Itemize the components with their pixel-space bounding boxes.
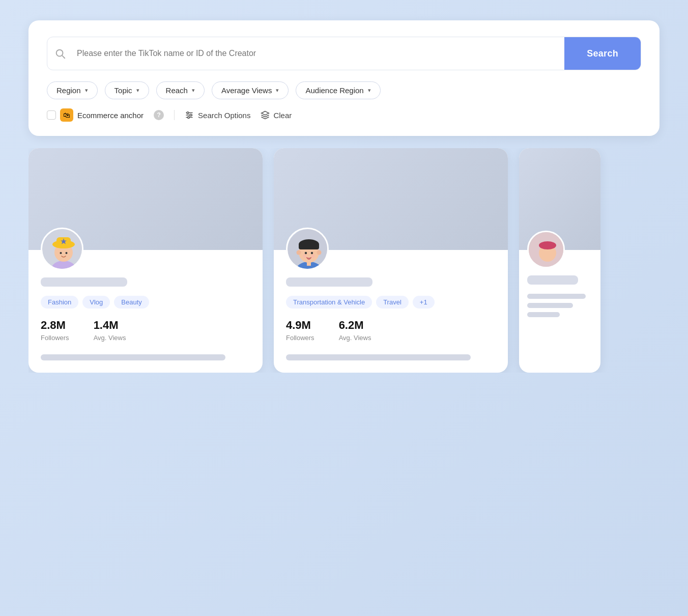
ecommerce-bag-icon: 🛍 [60,108,73,122]
clear-label: Clear [273,111,292,120]
svg-point-23 [297,250,301,255]
card-1-followers: 2.8M Followers [41,319,69,342]
search-input[interactable] [73,40,564,67]
card-1-bottom-bar [41,354,225,360]
tag-plus1[interactable]: +1 [413,296,435,309]
audience-region-label: Audience Region [305,86,363,95]
card-2-followers: 4.9M Followers [286,319,314,342]
search-panel: Search Region ▾ Topic ▾ Reach ▾ Average … [28,20,660,136]
options-row: 🛍 Ecommerce anchor ? Search Options [47,108,641,122]
search-row: Search [47,37,641,70]
svg-point-6 [190,114,192,116]
filter-row: Region ▾ Topic ▾ Reach ▾ Average Views ▾… [47,81,641,99]
tag-beauty[interactable]: Beauty [114,296,149,309]
card-3-avatar [527,231,565,268]
card-2-stats: 4.9M Followers 6.2M Avg. Views [286,319,496,342]
creator-card-1[interactable]: Fashion Vlog Beauty 2.8M Followers 1.4M … [28,148,263,373]
audience-region-chevron: ▾ [368,87,371,94]
topic-filter[interactable]: Topic ▾ [105,81,149,99]
card-1-body: Fashion Vlog Beauty 2.8M Followers 1.4M … [28,228,263,373]
region-label: Region [56,86,81,95]
card-1-avg-views: 1.4M Avg. Views [94,319,126,342]
average-views-filter[interactable]: Average Views ▾ [212,81,289,99]
svg-line-1 [62,55,65,58]
ecommerce-label: Ecommerce anchor [77,111,144,120]
svg-point-5 [187,112,189,114]
card-3-body [519,231,600,331]
svg-point-31 [539,241,556,249]
card-2-avg-views-value: 6.2M [339,319,371,332]
svg-rect-22 [299,243,319,249]
card-1-tags: Fashion Vlog Beauty [41,296,250,309]
region-filter[interactable]: Region ▾ [47,81,98,99]
reach-label: Reach [166,86,188,95]
svg-point-27 [303,255,307,258]
help-icon[interactable]: ? [154,110,164,120]
card-2-followers-value: 4.9M [286,319,314,332]
ecommerce-checkbox-wrap[interactable]: 🛍 Ecommerce anchor [47,108,144,122]
clear-button[interactable]: Clear [261,110,292,120]
tag-transportation[interactable]: Transportation & Vehicle [286,296,372,309]
svg-point-15 [60,252,62,254]
search-button[interactable]: Search [564,37,641,70]
tag-fashion[interactable]: Fashion [41,296,78,309]
avg-views-chevron: ▾ [276,87,279,94]
svg-point-7 [188,117,190,119]
card-3-name [527,275,578,285]
card-2-bottom-bar [286,354,471,360]
reach-filter[interactable]: Reach ▾ [156,81,205,99]
cards-row: Fashion Vlog Beauty 2.8M Followers 1.4M … [28,148,660,373]
search-icon [47,48,73,59]
card-2-tags: Transportation & Vehicle Travel +1 [286,296,496,309]
audience-region-filter[interactable]: Audience Region ▾ [296,81,380,99]
avg-views-label: Average Views [221,86,272,95]
tag-travel[interactable]: Travel [376,296,409,309]
card-1-avg-views-label: Avg. Views [94,334,126,342]
creator-card-2[interactable]: Transportation & Vehicle Travel +1 4.9M … [274,148,508,373]
card-2-avg-views-label: Avg. Views [339,334,371,342]
card-2-followers-label: Followers [286,334,314,342]
card-1-followers-value: 2.8M [41,319,69,332]
card-1-stats: 2.8M Followers 1.4M Avg. Views [41,319,250,342]
card-1-name [41,277,127,287]
topic-label: Topic [114,86,132,95]
creator-card-3[interactable] [519,148,600,373]
card-2-avatar [286,228,329,270]
card-1-avg-views-value: 1.4M [94,319,126,332]
svg-point-28 [311,255,315,258]
tag-vlog[interactable]: Vlog [82,296,110,309]
card-2-body: Transportation & Vehicle Travel +1 4.9M … [274,228,508,373]
card-2-avg-views: 6.2M Avg. Views [339,319,371,342]
svg-point-26 [311,252,313,254]
card-3-tag-bars [527,294,592,317]
svg-point-25 [305,252,307,254]
main-container: Search Region ▾ Topic ▾ Reach ▾ Average … [28,20,660,373]
topic-chevron: ▾ [136,87,139,94]
ecommerce-checkbox[interactable] [47,110,56,120]
svg-point-16 [66,252,68,254]
search-options-label: Search Options [198,111,250,120]
card-1-followers-label: Followers [41,334,69,342]
region-chevron: ▾ [85,87,88,94]
card-1-avatar [41,228,83,270]
options-divider [174,110,175,120]
reach-chevron: ▾ [192,87,195,94]
search-options-button[interactable]: Search Options [185,110,250,120]
svg-point-24 [317,250,322,255]
card-2-name [286,277,372,287]
